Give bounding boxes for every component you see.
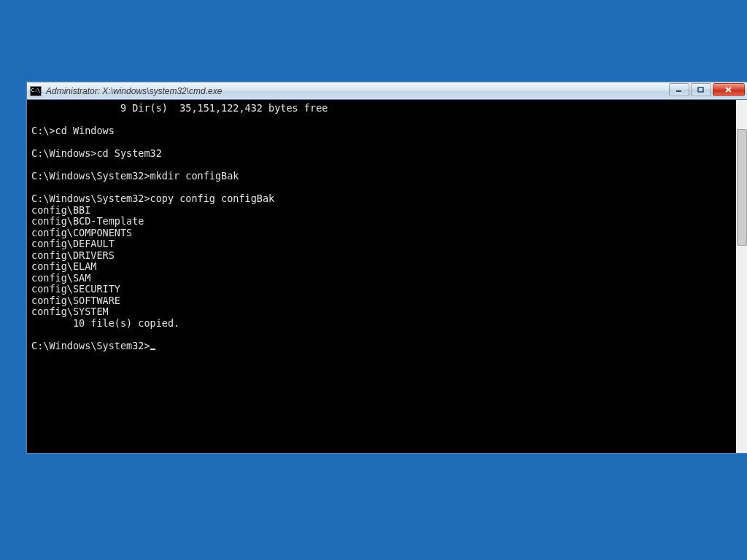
cursor: [150, 349, 155, 350]
terminal-prompt: C:\Windows\System32>: [31, 340, 150, 351]
cmd-icon: C:\: [30, 86, 42, 96]
close-button[interactable]: [713, 83, 745, 96]
vertical-scrollbar[interactable]: [736, 100, 747, 453]
svg-rect-1: [698, 88, 703, 92]
terminal-output[interactable]: 9 Dir(s) 35,151,122,432 bytes free C:\>c…: [27, 100, 747, 453]
window-controls: [669, 83, 745, 96]
scrollbar-thumb[interactable]: [737, 129, 747, 246]
minimize-button[interactable]: [669, 83, 689, 96]
maximize-button[interactable]: [691, 83, 711, 96]
command-prompt-window: C:\ Administrator: X:\windows\system32\c…: [26, 82, 747, 454]
window-title: Administrator: X:\windows\system32\cmd.e…: [46, 86, 222, 96]
titlebar[interactable]: C:\ Administrator: X:\windows\system32\c…: [27, 82, 747, 100]
